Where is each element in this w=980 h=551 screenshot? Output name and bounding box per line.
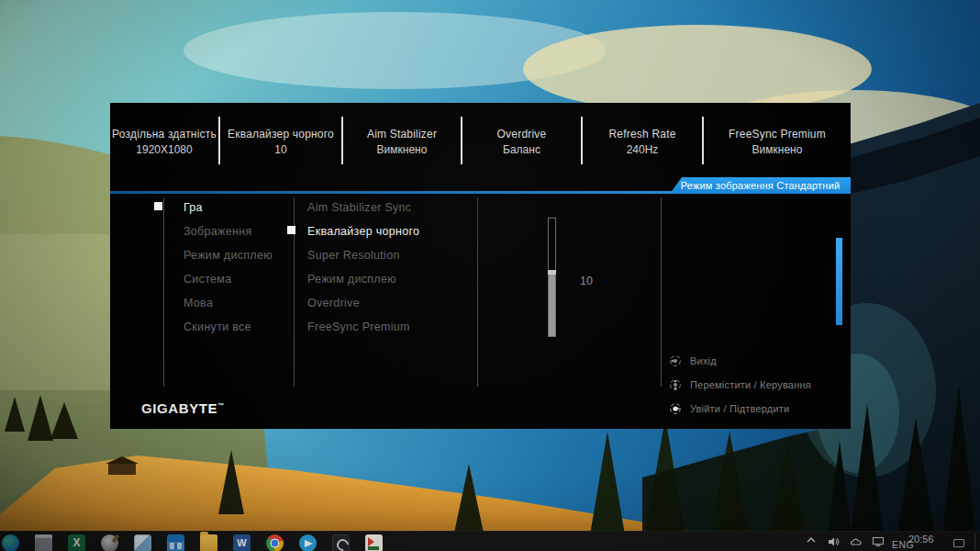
submenu-item-aim-stabilizer-sync[interactable]: Aim Stabilizer Sync <box>307 196 419 219</box>
status-black-equalizer: Еквалайзер чорного 10 <box>220 116 341 171</box>
status-overdrive: Overdrive Баланс <box>462 116 581 171</box>
hint-exit-label: Вихід <box>690 355 717 366</box>
hint-move-label: Перемістити / Керування <box>690 379 811 390</box>
status-refresh-rate: Refresh Rate 240Hz <box>583 116 702 171</box>
status-freesync: FreeSync Premium Вимкнено <box>704 116 851 171</box>
document-app-icon[interactable] <box>134 534 151 551</box>
column-divider <box>163 197 164 387</box>
selected-marker-icon <box>154 202 162 210</box>
volume-icon[interactable] <box>828 536 841 547</box>
osd-scrollbar <box>836 238 842 325</box>
menu-item-picture[interactable]: Зображення <box>184 219 273 243</box>
picture-mode-label: Режим зображення Стандартний <box>681 180 841 191</box>
column-divider <box>661 197 662 387</box>
picture-mode-badge: Режим зображення Стандартний <box>670 177 851 194</box>
taskbar-icons: X W <box>2 534 383 551</box>
slider-thumb[interactable] <box>548 270 556 275</box>
trademark-symbol: ™ <box>217 402 224 409</box>
hint-enter-label: Увійти / Підтвердити <box>690 403 789 414</box>
gigabyte-logo: GIGABYTE™ <box>141 400 224 416</box>
unity-icon[interactable] <box>332 534 350 551</box>
excel-icon[interactable]: X <box>68 534 85 551</box>
hint-exit: Вихід <box>668 349 811 373</box>
chrome-icon[interactable] <box>266 534 284 551</box>
show-desktop-button[interactable] <box>974 534 975 551</box>
black-equalizer-slider[interactable] <box>548 218 556 337</box>
taskbar: X W ENG <box>0 531 980 551</box>
hint-move: Перемістити / Керування <box>668 373 811 397</box>
column-divider <box>477 197 478 387</box>
slider-value: 10 <box>580 275 593 287</box>
selected-marker-icon <box>287 226 295 234</box>
joystick-press-icon <box>668 401 683 416</box>
status-resolution: Роздільна здатність 1920X1080 <box>110 116 218 171</box>
app-window-icon[interactable] <box>35 534 52 551</box>
menu-item-display-mode[interactable]: Режим дисплею <box>184 243 273 267</box>
hidden-icons-chevron-icon[interactable] <box>806 536 817 544</box>
menu-item-language[interactable]: Мова <box>184 291 273 315</box>
edge-icon[interactable] <box>2 534 19 551</box>
network-icon[interactable] <box>872 536 885 547</box>
file-explorer-icon[interactable] <box>200 534 217 551</box>
menu-item-game[interactable]: Гра <box>184 196 273 219</box>
osd-panel: Роздільна здатність 1920X1080 Еквалайзер… <box>110 103 851 429</box>
hint-enter: Увійти / Підтвердити <box>668 397 811 421</box>
status-aim-stabilizer: Aim Stabilizer Вимкнено <box>343 116 461 171</box>
telegram-icon[interactable] <box>299 534 317 551</box>
osd-sub-menu: Aim Stabilizer Sync Еквалайзер чорного S… <box>307 196 419 339</box>
submenu-item-super-resolution[interactable]: Super Resolution <box>307 243 419 267</box>
menu-item-system[interactable]: Система <box>184 267 273 291</box>
media-app-icon[interactable] <box>365 534 383 551</box>
submenu-item-overdrive[interactable]: Overdrive <box>307 291 419 315</box>
onedrive-cloud-icon[interactable] <box>850 536 863 546</box>
gimp-icon[interactable] <box>101 534 118 551</box>
calculator-icon[interactable] <box>167 534 184 551</box>
joystick-updown-icon <box>668 377 683 392</box>
clock[interactable]: 20:56 <box>908 534 934 545</box>
osd-status-row: Роздільна здатність 1920X1080 Еквалайзер… <box>110 116 851 171</box>
osd-hints: Вихід Перемістити / Керування Увійти / П… <box>668 349 811 421</box>
submenu-item-black-equalizer[interactable]: Еквалайзер чорного <box>307 219 419 243</box>
menu-item-reset-all[interactable]: Скинути все <box>184 315 273 339</box>
desktop: Роздільна здатність 1920X1080 Еквалайзер… <box>0 0 980 551</box>
joystick-left-icon <box>668 354 683 368</box>
action-center-icon[interactable] <box>952 538 965 548</box>
word-icon[interactable]: W <box>233 534 251 551</box>
slider-fill <box>549 273 555 336</box>
submenu-item-freesync-premium[interactable]: FreeSync Premium <box>307 315 419 339</box>
submenu-item-display-mode[interactable]: Режим дисплею <box>307 267 419 291</box>
osd-main-menu: Гра Зображення Режим дисплею Система Мов… <box>184 196 273 339</box>
